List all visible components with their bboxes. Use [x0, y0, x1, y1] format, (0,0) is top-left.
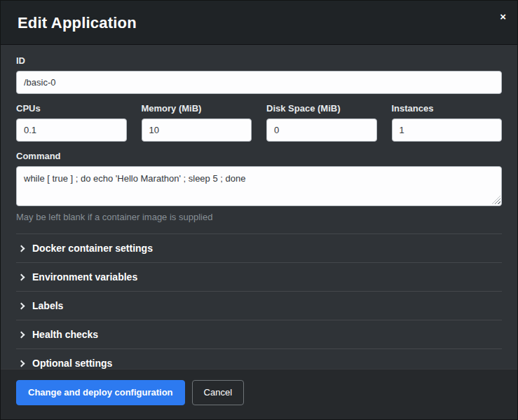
memory-label: Memory (MiB) — [142, 103, 252, 114]
modal-body: ID CPUs Memory (MiB) Disk Space (MiB) In… — [1, 45, 517, 369]
memory-field-group: Memory (MiB) — [142, 103, 252, 142]
modal-footer: Change and deploy configuration Cancel — [1, 369, 517, 419]
section-optional-settings[interactable]: Optional settings — [16, 348, 502, 369]
disk-label: Disk Space (MiB) — [266, 103, 377, 114]
chevron-right-icon — [18, 245, 25, 252]
cpus-label: CPUs — [16, 103, 127, 114]
cpus-input[interactable] — [16, 118, 127, 142]
id-input[interactable] — [16, 71, 502, 94]
section-environment-variables[interactable]: Environment variables — [16, 262, 502, 291]
command-textarea-wrap: while [ true ] ; do echo 'Hello Marathon… — [16, 166, 502, 206]
command-help-text: May be left blank if a container image i… — [16, 212, 502, 222]
resources-row: CPUs Memory (MiB) Disk Space (MiB) Insta… — [16, 103, 502, 142]
id-field-group: ID — [16, 55, 502, 94]
instances-input[interactable] — [392, 118, 503, 142]
chevron-right-icon — [18, 302, 25, 309]
instances-label: Instances — [392, 103, 503, 114]
instances-field-group: Instances — [392, 103, 503, 142]
chevron-right-icon — [18, 331, 25, 338]
command-field-group: Command while [ true ] ; do echo 'Hello … — [16, 151, 502, 222]
section-docker-container-settings[interactable]: Docker container settings — [16, 233, 502, 262]
disk-field-group: Disk Space (MiB) — [266, 103, 377, 142]
modal-header: Edit Application × — [1, 1, 517, 45]
section-label: Health checks — [32, 329, 98, 340]
change-and-deploy-button[interactable]: Change and deploy configuration — [16, 380, 185, 405]
cancel-button[interactable]: Cancel — [192, 380, 244, 405]
section-label: Labels — [32, 300, 63, 311]
chevron-right-icon — [18, 360, 25, 367]
modal-title: Edit Application — [18, 14, 500, 32]
section-label: Environment variables — [32, 271, 137, 283]
close-icon[interactable]: × — [500, 11, 506, 22]
section-labels[interactable]: Labels — [16, 291, 502, 320]
collapsible-sections: Docker container settings Environment va… — [16, 233, 502, 369]
id-label: ID — [16, 55, 502, 66]
disk-input[interactable] — [266, 118, 377, 142]
section-health-checks[interactable]: Health checks — [16, 320, 502, 348]
edit-application-modal: Edit Application × ID CPUs Memory (MiB) … — [0, 0, 518, 420]
section-label: Docker container settings — [32, 243, 153, 254]
command-label: Command — [16, 151, 502, 161]
cpus-field-group: CPUs — [16, 103, 127, 142]
memory-input[interactable] — [142, 118, 252, 142]
section-label: Optional settings — [32, 358, 112, 369]
command-input[interactable]: while [ true ] ; do echo 'Hello Marathon… — [16, 166, 502, 206]
chevron-right-icon — [18, 273, 25, 280]
